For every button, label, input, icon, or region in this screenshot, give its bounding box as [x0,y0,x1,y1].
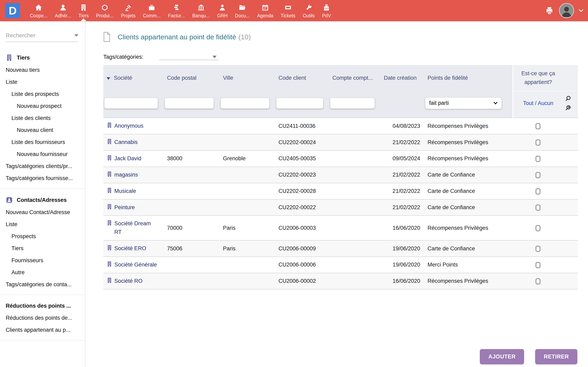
column-header-compte[interactable]: Compte compt... [329,65,380,91]
column-header-code-postal[interactable]: Code postal [164,65,220,91]
row-select-checkbox[interactable] [536,172,540,178]
sidebar-item[interactable]: Tiers [0,242,85,254]
nav-item[interactable]: Tiers [75,0,92,21]
company-link[interactable]: Société ERO [107,244,160,253]
nav-item[interactable]: Coope... [26,0,51,21]
nav-item-label: Coope... [30,13,48,18]
nav-item[interactable]: Projets [117,0,139,21]
sidebar-item[interactable]: Tags/catégories clients/pr... [0,160,85,172]
search-input[interactable] [6,32,74,39]
cell-code-postal [164,183,220,200]
nav-item-label: Adhér... [55,13,71,18]
sidebar-item[interactable]: Nouveau client [0,124,85,136]
nav-item[interactable]: Produi... [93,0,117,21]
sidebar-section-contacts[interactable]: Contacts/Adresses [0,193,85,206]
filter-societe-input[interactable] [104,98,158,109]
filter-code-client-input[interactable] [276,98,323,109]
company-link[interactable]: Jack David [107,154,160,163]
sidebar-section-reductions[interactable]: Réductions des points ... [0,300,85,312]
company-link[interactable]: Société RO [107,277,160,285]
ajouter-button[interactable]: AJOUTER [480,349,524,364]
sidebar-item[interactable]: Clients appartenant au p... [0,324,85,336]
column-header-date-creation[interactable]: Date création [380,65,424,91]
search-caret-down-icon[interactable] [74,34,78,37]
sidebar-item[interactable]: Liste [0,76,85,88]
nav-item[interactable]: Outils [299,0,319,21]
sidebar-item[interactable]: Fournisseurs [0,254,85,267]
cell-appartient [513,200,563,216]
cell-code-postal: 75006 [164,240,220,257]
column-header-societe[interactable]: Société [103,65,164,91]
sidebar-item[interactable]: Liste des clients [0,112,85,124]
cell-code-postal [164,200,220,216]
points-filter-select[interactable]: fait parti [425,97,502,109]
company-link[interactable]: Société Dream RT [107,219,160,236]
app-logo[interactable]: D [5,3,20,18]
sidebar-item[interactable]: Liste [0,218,85,230]
row-select-checkbox[interactable] [536,225,540,231]
row-select-checkbox[interactable] [536,188,540,194]
column-header-ville[interactable]: Ville [220,65,275,91]
nav-item[interactable]: Banqu... [189,0,214,21]
sidebar-item[interactable]: Liste des fournisseurs [0,136,85,148]
company-link[interactable]: Musicale [107,187,160,196]
sidebar-item[interactable]: Nouveau Contact/Adresse [0,206,85,218]
filter-ville-input[interactable] [221,98,269,109]
row-select-checkbox[interactable] [536,278,540,284]
company-link[interactable]: Anonymous [107,122,160,130]
row-select-checkbox[interactable] [536,156,540,162]
building-icon [107,261,112,267]
building-icon [107,204,112,210]
building-icon [107,138,112,145]
row-select-checkbox[interactable] [536,123,540,129]
row-select-checkbox[interactable] [536,246,540,252]
avatar[interactable] [559,3,574,18]
tags-categories-select[interactable] [159,55,219,60]
nav-item[interactable]: PdV [319,0,335,21]
nav-item[interactable]: Adhér... [51,0,75,21]
company-link[interactable]: Société Générale [107,261,160,269]
cell-societe: Société Générale [103,257,164,273]
company-link[interactable]: Peinture [107,203,160,212]
table-row: magasins CU2202-00023 21/02/2022 Carte d… [103,167,578,183]
select-all-none-link[interactable]: Tout / Aucun [523,100,553,106]
sidebar-item[interactable]: Tags/catégories de conta... [0,278,85,291]
nav-item[interactable]: GRH [213,0,231,21]
nav-item[interactable]: Comm... [139,0,164,21]
nav-item[interactable]: Agenda [253,0,277,21]
row-select-checkbox[interactable] [536,140,540,146]
cell-ville: Paris [220,240,275,257]
cell-code-client: CU2411-00036 [275,118,329,134]
sidebar-item[interactable]: Réductions des points de... [0,312,85,324]
cell-societe: Société Dream RT [103,216,164,240]
cell-actions [563,183,578,200]
sidebar-item[interactable]: Nouveau fournisseur [0,148,85,160]
nav-item[interactable]: Tickets [277,0,299,21]
sidebar-item[interactable]: Autre [0,267,85,278]
sidebar-section-tiers[interactable]: Tiers [0,51,85,64]
retirer-button[interactable]: RETIRER [535,349,577,364]
sidebar-item[interactable]: Prospects [0,230,85,242]
sidebar-divider [0,340,85,341]
filter-compte-input[interactable] [330,98,375,109]
cell-code-client: CU2006-00003 [275,216,329,240]
nav-item[interactable]: Factur... [164,0,189,21]
cell-actions [563,257,578,273]
clear-search-button[interactable] [565,105,571,111]
user-menu-chevron-down-icon[interactable] [579,8,584,12]
filter-code-postal-input[interactable] [164,98,214,109]
sidebar-item[interactable]: Liste des prospects [0,88,85,100]
search-button[interactable] [565,95,571,101]
nav-item[interactable]: Docu... [231,0,254,21]
sidebar-item[interactable]: Tags/catégories fournisse... [0,172,85,184]
column-header-code-client[interactable]: Code client [275,65,329,91]
sidebar-item[interactable]: Nouveau prospect [0,100,85,112]
company-link[interactable]: Cannabis [107,138,160,147]
column-header-points-fidelite[interactable]: Points de fidélité [424,65,513,91]
row-select-checkbox[interactable] [536,262,540,268]
sidebar-item[interactable]: Nouveau tiers [0,64,85,76]
cell-compte [329,150,380,167]
row-select-checkbox[interactable] [536,205,540,211]
company-link[interactable]: magasins [107,171,160,179]
print-button[interactable] [545,6,554,15]
